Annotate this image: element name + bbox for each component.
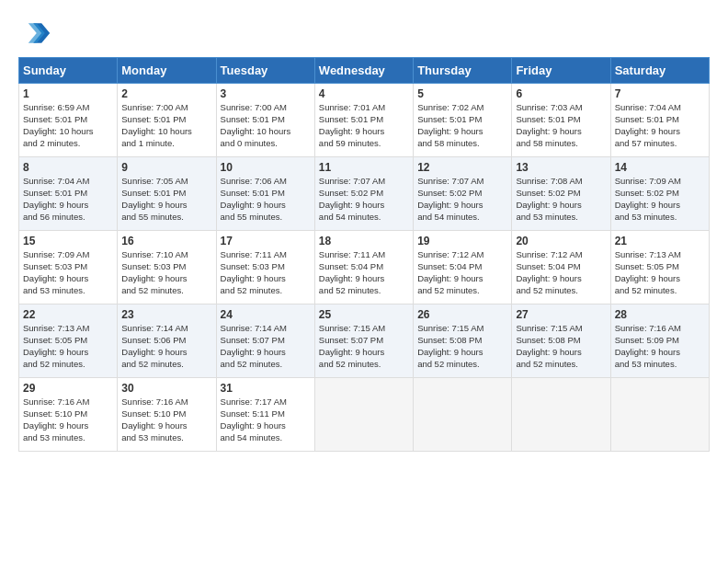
calendar-cell: 10Sunrise: 7:06 AM Sunset: 5:01 PM Dayli… xyxy=(216,157,314,231)
page-container: SundayMondayTuesdayWednesdayThursdayFrid… xyxy=(0,0,728,461)
day-number: 15 xyxy=(23,234,113,248)
calendar-cell: 31Sunrise: 7:17 AM Sunset: 5:11 PM Dayli… xyxy=(216,378,314,452)
day-number: 9 xyxy=(121,160,211,175)
calendar-cell: 14Sunrise: 7:09 AM Sunset: 5:02 PM Dayli… xyxy=(610,157,709,231)
weekday-header-saturday: Saturday xyxy=(610,58,709,84)
day-number: 2 xyxy=(121,86,211,101)
weekday-header-sunday: Sunday xyxy=(19,58,118,84)
calendar-cell: 19Sunrise: 7:12 AM Sunset: 5:04 PM Dayli… xyxy=(414,231,512,304)
calendar-week-2: 8Sunrise: 7:04 AM Sunset: 5:01 PM Daylig… xyxy=(19,157,710,231)
header xyxy=(18,17,710,50)
calendar-cell: 8Sunrise: 7:04 AM Sunset: 5:01 PM Daylig… xyxy=(19,157,118,231)
calendar-cell: 27Sunrise: 7:15 AM Sunset: 5:08 PM Dayli… xyxy=(512,304,610,378)
day-number: 16 xyxy=(121,234,211,248)
calendar-cell xyxy=(610,378,709,452)
day-number: 26 xyxy=(417,307,507,322)
calendar-cell: 26Sunrise: 7:15 AM Sunset: 5:08 PM Dayli… xyxy=(414,304,512,378)
calendar-cell: 5Sunrise: 7:02 AM Sunset: 5:01 PM Daylig… xyxy=(414,84,512,157)
weekday-header-monday: Monday xyxy=(118,58,216,84)
day-number: 11 xyxy=(319,160,409,175)
calendar-week-5: 29Sunrise: 7:16 AM Sunset: 5:10 PM Dayli… xyxy=(19,378,710,452)
calendar-cell: 15Sunrise: 7:09 AM Sunset: 5:03 PM Dayli… xyxy=(19,231,118,304)
day-number: 22 xyxy=(23,307,113,322)
day-number: 14 xyxy=(615,160,705,175)
day-number: 18 xyxy=(319,234,409,248)
calendar-cell: 17Sunrise: 7:11 AM Sunset: 5:03 PM Dayli… xyxy=(216,231,314,304)
logo-icon xyxy=(18,17,51,50)
day-number: 13 xyxy=(516,160,606,175)
calendar-cell: 24Sunrise: 7:14 AM Sunset: 5:07 PM Dayli… xyxy=(216,304,314,378)
calendar-cell: 22Sunrise: 7:13 AM Sunset: 5:05 PM Dayli… xyxy=(19,304,118,378)
calendar-week-1: 1Sunrise: 6:59 AM Sunset: 5:01 PM Daylig… xyxy=(19,84,710,157)
day-number: 1 xyxy=(23,86,113,101)
calendar-header-row: SundayMondayTuesdayWednesdayThursdayFrid… xyxy=(19,58,710,84)
calendar-cell: 28Sunrise: 7:16 AM Sunset: 5:09 PM Dayli… xyxy=(610,304,709,378)
calendar-cell: 20Sunrise: 7:12 AM Sunset: 5:04 PM Dayli… xyxy=(512,231,610,304)
day-number: 8 xyxy=(23,160,113,175)
day-number: 29 xyxy=(23,381,113,396)
day-number: 30 xyxy=(121,381,211,396)
calendar-cell: 30Sunrise: 7:16 AM Sunset: 5:10 PM Dayli… xyxy=(118,378,216,452)
weekday-header-wednesday: Wednesday xyxy=(314,58,413,84)
calendar-cell xyxy=(414,378,512,452)
day-number: 23 xyxy=(121,307,211,322)
calendar-cell: 13Sunrise: 7:08 AM Sunset: 5:02 PM Dayli… xyxy=(512,157,610,231)
calendar-week-3: 15Sunrise: 7:09 AM Sunset: 5:03 PM Dayli… xyxy=(19,231,710,304)
day-number: 19 xyxy=(417,234,507,248)
day-number: 6 xyxy=(516,86,606,101)
day-number: 10 xyxy=(221,160,311,175)
calendar-cell: 18Sunrise: 7:11 AM Sunset: 5:04 PM Dayli… xyxy=(314,231,413,304)
calendar-cell: 29Sunrise: 7:16 AM Sunset: 5:10 PM Dayli… xyxy=(19,378,118,452)
calendar-cell: 6Sunrise: 7:03 AM Sunset: 5:01 PM Daylig… xyxy=(512,84,610,157)
logo xyxy=(18,17,57,50)
day-number: 7 xyxy=(615,86,705,101)
weekday-header-friday: Friday xyxy=(512,58,610,84)
calendar-cell: 12Sunrise: 7:07 AM Sunset: 5:02 PM Dayli… xyxy=(414,157,512,231)
day-number: 21 xyxy=(615,234,705,248)
calendar-cell: 2Sunrise: 7:00 AM Sunset: 5:01 PM Daylig… xyxy=(118,84,216,157)
calendar-table: SundayMondayTuesdayWednesdayThursdayFrid… xyxy=(18,57,710,452)
day-number: 31 xyxy=(221,381,311,396)
calendar-cell: 25Sunrise: 7:15 AM Sunset: 5:07 PM Dayli… xyxy=(314,304,413,378)
calendar-cell: 11Sunrise: 7:07 AM Sunset: 5:02 PM Dayli… xyxy=(314,157,413,231)
calendar-body: 1Sunrise: 6:59 AM Sunset: 5:01 PM Daylig… xyxy=(19,84,710,452)
day-number: 3 xyxy=(221,86,311,101)
day-number: 12 xyxy=(417,160,507,175)
calendar-cell: 23Sunrise: 7:14 AM Sunset: 5:06 PM Dayli… xyxy=(118,304,216,378)
day-number: 24 xyxy=(221,307,311,322)
calendar-cell: 1Sunrise: 6:59 AM Sunset: 5:01 PM Daylig… xyxy=(19,84,118,157)
day-number: 27 xyxy=(516,307,606,322)
day-number: 25 xyxy=(319,307,409,322)
calendar-cell: 9Sunrise: 7:05 AM Sunset: 5:01 PM Daylig… xyxy=(118,157,216,231)
day-number: 4 xyxy=(319,86,409,101)
calendar-cell: 21Sunrise: 7:13 AM Sunset: 5:05 PM Dayli… xyxy=(610,231,709,304)
calendar-cell: 3Sunrise: 7:00 AM Sunset: 5:01 PM Daylig… xyxy=(216,84,314,157)
calendar-cell xyxy=(314,378,413,452)
calendar-cell xyxy=(512,378,610,452)
calendar-cell: 7Sunrise: 7:04 AM Sunset: 5:01 PM Daylig… xyxy=(610,84,709,157)
day-number: 20 xyxy=(516,234,606,248)
day-number: 28 xyxy=(615,307,705,322)
weekday-header-tuesday: Tuesday xyxy=(216,58,314,84)
calendar-cell: 16Sunrise: 7:10 AM Sunset: 5:03 PM Dayli… xyxy=(118,231,216,304)
weekday-header-thursday: Thursday xyxy=(414,58,512,84)
day-number: 5 xyxy=(417,86,507,101)
day-number: 17 xyxy=(221,234,311,248)
calendar-week-4: 22Sunrise: 7:13 AM Sunset: 5:05 PM Dayli… xyxy=(19,304,710,378)
calendar-cell: 4Sunrise: 7:01 AM Sunset: 5:01 PM Daylig… xyxy=(314,84,413,157)
